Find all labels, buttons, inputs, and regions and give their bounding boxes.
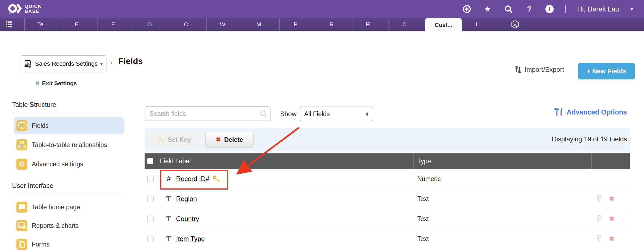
sidebar-item-table-home-page[interactable]: Table home page bbox=[14, 199, 124, 215]
sidebar-item-advanced-settings[interactable]: ⚙ Advanced settings bbox=[14, 156, 124, 173]
show-label: Show bbox=[280, 110, 297, 118]
import-export-icon bbox=[514, 65, 522, 74]
tab-customers-active[interactable]: Cust... bbox=[425, 18, 462, 31]
tab-more-tables[interactable]: ... bbox=[498, 18, 539, 31]
tools-icon bbox=[554, 107, 564, 117]
text-type-icon: T bbox=[165, 215, 172, 223]
table-tab-bar: ... Te... E... E... O... C... W... M... … bbox=[0, 18, 644, 31]
sidebar-item-label: Fields bbox=[32, 122, 48, 130]
tab-label: W... bbox=[220, 21, 230, 28]
copy-field-icon[interactable] bbox=[596, 195, 603, 203]
tab-1[interactable]: Te... bbox=[25, 18, 61, 31]
tab-label: R... bbox=[330, 21, 339, 28]
tab-8[interactable]: P... bbox=[280, 18, 316, 31]
relationships-icon bbox=[16, 139, 27, 150]
table-settings-dropdown[interactable]: $ ⚙ Sales Records Settings ▾ bbox=[20, 55, 107, 72]
sidebar-item-forms[interactable]: Forms bbox=[14, 236, 124, 252]
tab-6[interactable]: W... bbox=[207, 18, 243, 31]
show-fields-select[interactable]: All Fields ▲ ▼ bbox=[300, 107, 373, 121]
field-label-link[interactable]: Region bbox=[176, 195, 197, 203]
table-row-region: T Region Text ✖ bbox=[145, 189, 630, 209]
key-icon bbox=[212, 175, 220, 183]
select-all-checkbox[interactable] bbox=[147, 158, 153, 164]
delete-field-icon[interactable]: ✖ bbox=[609, 215, 614, 223]
tab-label: C... bbox=[403, 21, 412, 28]
settings-button-label: Sales Records Settings bbox=[35, 60, 98, 67]
tab-label: O... bbox=[147, 21, 157, 28]
page-title: Fields bbox=[118, 56, 143, 66]
import-export-link[interactable]: Import/Export bbox=[514, 65, 564, 74]
column-separator bbox=[591, 153, 592, 169]
tab-5[interactable]: C... bbox=[170, 18, 207, 31]
advanced-options-link[interactable]: Advanced Options bbox=[554, 107, 627, 117]
tab-4[interactable]: O... bbox=[134, 18, 170, 31]
user-greeting[interactable]: Hi, Derek Lau bbox=[577, 5, 619, 13]
field-label-link[interactable]: Item Type bbox=[176, 235, 205, 243]
tab-label: M... bbox=[257, 21, 266, 28]
sales-table-icon: $ ⚙ bbox=[24, 58, 32, 70]
field-label-link[interactable]: Record ID# bbox=[176, 175, 209, 183]
row-actions: ✖ bbox=[596, 195, 614, 203]
field-label-link[interactable]: Country bbox=[176, 215, 199, 223]
select-stepper-icon: ▲ ▼ bbox=[365, 111, 369, 117]
field-type-value: Text bbox=[417, 235, 429, 243]
alert-icon[interactable]: ! bbox=[545, 5, 554, 13]
forms-icon bbox=[16, 239, 27, 250]
row-checkbox[interactable] bbox=[147, 216, 154, 222]
close-icon: ✕ bbox=[35, 80, 40, 87]
add-icon[interactable] bbox=[462, 4, 472, 14]
sidebar-item-label: Advanced settings bbox=[32, 161, 83, 168]
quickbase-logo[interactable]: QUICK BASE bbox=[8, 2, 42, 16]
row-checkbox[interactable] bbox=[147, 236, 154, 242]
tab-10[interactable]: Fi... bbox=[352, 18, 389, 31]
tab-label: Cust... bbox=[435, 22, 452, 28]
set-key-label: Set Key bbox=[168, 136, 191, 144]
row-checkbox[interactable] bbox=[147, 196, 154, 202]
tab-label: Te... bbox=[37, 21, 48, 28]
user-menu-caret-icon[interactable]: ▾ bbox=[631, 6, 633, 12]
reports-icon bbox=[16, 220, 27, 231]
row-checkbox[interactable] bbox=[147, 176, 154, 182]
tab-7[interactable]: M... bbox=[243, 18, 280, 31]
tab-bar-underline bbox=[0, 31, 644, 31]
breadcrumb-separator: › bbox=[110, 58, 113, 67]
field-type-value: Text bbox=[417, 215, 429, 223]
top-header: QUICK BASE ★ ? ! Hi, Derek Lau bbox=[0, 0, 644, 18]
delete-x-icon: ✖ bbox=[216, 136, 221, 143]
tab-11[interactable]: C... bbox=[389, 18, 425, 31]
sidebar-divider bbox=[12, 194, 125, 194]
sidebar-item-fields[interactable]: Fields bbox=[14, 117, 124, 134]
tab-9[interactable]: R... bbox=[316, 18, 352, 31]
grid-icon bbox=[5, 21, 12, 28]
copy-field-icon[interactable] bbox=[596, 235, 603, 243]
new-fields-button[interactable]: + New Fields bbox=[578, 63, 635, 79]
text-type-icon: T bbox=[165, 235, 172, 243]
tab-label: E... bbox=[111, 21, 120, 28]
gear-icon: ⚙ bbox=[16, 159, 27, 170]
search-icon[interactable] bbox=[504, 4, 513, 14]
search-input[interactable] bbox=[145, 106, 271, 121]
tab-3[interactable]: E... bbox=[97, 18, 134, 31]
set-key-button[interactable]: Set Key bbox=[148, 132, 199, 148]
delete-button[interactable]: ✖ Delete bbox=[205, 132, 254, 148]
exit-settings-link[interactable]: ✕ Exit Settings bbox=[35, 80, 77, 87]
column-header-field-label[interactable]: Field Label bbox=[160, 157, 191, 165]
help-icon[interactable]: ? bbox=[525, 4, 534, 14]
sidebar-item-reports-charts[interactable]: Reports & charts bbox=[14, 217, 124, 234]
tab-13[interactable]: I ... bbox=[462, 18, 498, 31]
sidebar-section-user-interface: User Interface bbox=[12, 182, 53, 190]
delete-field-icon[interactable]: ✖ bbox=[609, 195, 614, 203]
key-icon bbox=[157, 136, 165, 144]
column-header-type[interactable]: Type bbox=[417, 157, 431, 165]
delete-label: Delete bbox=[224, 136, 243, 144]
table-row-record-id: # Record ID# Numeric bbox=[145, 169, 630, 189]
delete-field-icon[interactable]: ✖ bbox=[609, 235, 614, 243]
copy-field-icon[interactable] bbox=[596, 215, 603, 223]
column-separator bbox=[413, 153, 414, 169]
tab-label: ... bbox=[521, 21, 526, 28]
tab-apps-overflow[interactable]: ... bbox=[0, 18, 25, 31]
table-row-country: T Country Text ✖ bbox=[145, 209, 630, 229]
sidebar-item-relationships[interactable]: Table-to-table relationships bbox=[14, 136, 124, 153]
tab-2[interactable]: E... bbox=[61, 18, 97, 31]
favorites-star-icon[interactable]: ★ bbox=[483, 4, 492, 14]
